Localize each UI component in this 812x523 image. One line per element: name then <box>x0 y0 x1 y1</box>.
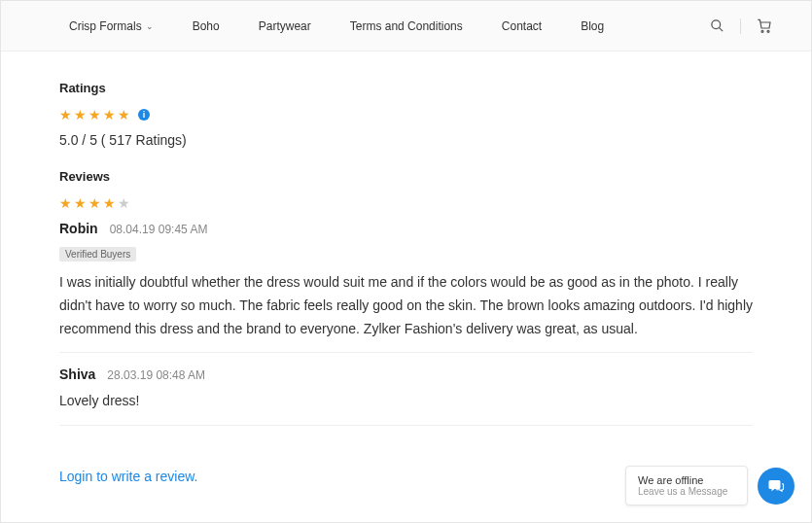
star-empty-icon: ★ <box>118 195 130 211</box>
nav-label: Contact <box>502 19 542 33</box>
verified-badge: Verified Buyers <box>59 247 136 262</box>
nav-label: Partywear <box>259 19 311 33</box>
ratings-title: Ratings <box>59 81 753 95</box>
star-icon: ★ <box>74 195 87 211</box>
svg-point-0 <box>712 20 721 29</box>
chat-subtitle: Leave us a Message <box>638 486 735 497</box>
chat-box[interactable]: We are offline Leave us a Message <box>625 466 748 506</box>
reviewer-name: Shiva <box>59 366 95 382</box>
review-body: Lovely dress! <box>59 390 753 413</box>
ratings-stars: ★ ★ ★ ★ ★ i <box>59 107 753 122</box>
review-item: Shiva 28.03.19 08:48 AM Lovely dress! <box>59 366 753 426</box>
star-icon: ★ <box>103 195 116 211</box>
svg-point-3 <box>767 30 769 32</box>
login-link[interactable]: Login to write a review. <box>59 469 197 484</box>
svg-point-2 <box>761 30 763 32</box>
review-date: 28.03.19 08:48 AM <box>107 368 205 382</box>
chat-title: We are offline <box>638 474 735 486</box>
nav-item-terms[interactable]: Terms and Conditions <box>350 19 463 33</box>
star-icon: ★ <box>103 107 116 122</box>
star-icon: ★ <box>88 107 101 122</box>
nav-item-crisp-formals[interactable]: Crisp Formals ⌄ <box>69 19 154 33</box>
review-item: Robin 08.04.19 09:45 AM Verified Buyers … <box>59 221 753 353</box>
star-icon: ★ <box>59 107 72 122</box>
svg-line-1 <box>719 27 723 31</box>
chat-widget: We are offline Leave us a Message <box>625 466 794 506</box>
search-icon[interactable] <box>710 18 724 33</box>
chat-button[interactable] <box>758 468 794 505</box>
nav-label: Terms and Conditions <box>350 19 463 33</box>
nav-label: Boho <box>193 19 220 33</box>
nav-item-boho[interactable]: Boho <box>193 19 220 33</box>
main-nav: Crisp Formals ⌄ Boho Partywear Terms and… <box>1 1 811 52</box>
review-body: I was initially doubtful whether the dre… <box>59 271 753 340</box>
nav-item-partywear[interactable]: Partywear <box>259 19 311 33</box>
nav-label: Blog <box>581 19 604 33</box>
cart-icon[interactable] <box>757 18 772 34</box>
rating-summary: 5.0 / 5 ( 517 Ratings) <box>59 132 753 148</box>
content: Ratings ★ ★ ★ ★ ★ i 5.0 / 5 ( 517 Rating… <box>1 52 811 522</box>
nav-divider <box>740 18 741 34</box>
chevron-down-icon: ⌄ <box>146 21 154 31</box>
info-icon[interactable]: i <box>138 109 150 121</box>
review-stars: ★ ★ ★ ★ ★ <box>59 195 753 211</box>
nav-label: Crisp Formals <box>69 19 142 33</box>
star-icon: ★ <box>118 107 130 122</box>
review-date: 08.04.19 09:45 AM <box>110 223 208 236</box>
nav-item-contact[interactable]: Contact <box>502 19 542 33</box>
star-icon: ★ <box>88 195 101 211</box>
star-icon: ★ <box>74 107 87 122</box>
nav-item-blog[interactable]: Blog <box>581 19 604 33</box>
star-icon: ★ <box>59 195 72 211</box>
reviews-title: Reviews <box>59 169 753 184</box>
chat-icon <box>767 477 785 495</box>
reviewer-name: Robin <box>59 221 98 236</box>
